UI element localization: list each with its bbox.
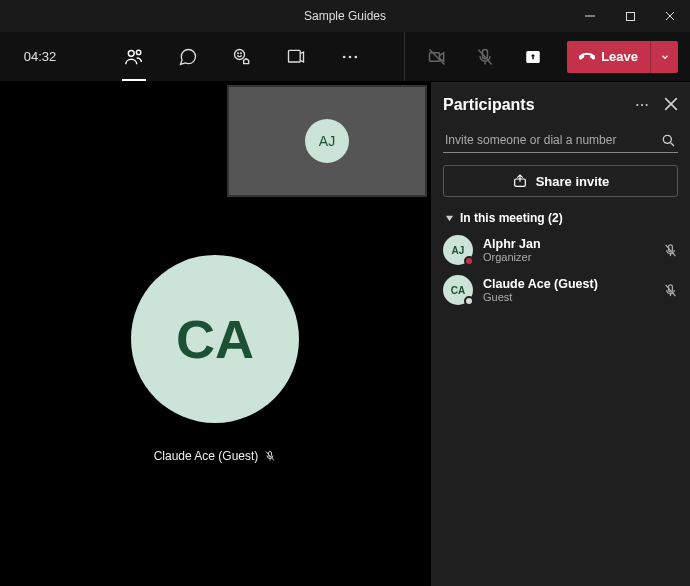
svg-point-11 (349, 55, 352, 58)
panel-more-icon[interactable] (634, 97, 650, 113)
window-title: Sample Guides (304, 9, 386, 23)
mic-off-icon[interactable] (471, 43, 499, 71)
leave-button[interactable]: Leave (567, 41, 678, 73)
svg-point-27 (663, 135, 671, 143)
share-icon (512, 173, 528, 189)
mic-off-icon[interactable] (663, 283, 678, 298)
svg-rect-1 (626, 12, 634, 20)
avatar: CA (443, 275, 473, 305)
svg-marker-30 (446, 215, 453, 220)
search-icon[interactable] (660, 132, 676, 148)
hangup-icon (579, 49, 595, 65)
panel-header-actions (634, 97, 678, 113)
window-controls (570, 0, 690, 32)
chevron-down-icon (660, 52, 670, 62)
share-invite-button[interactable]: Share invite (443, 165, 678, 197)
share-screen-icon[interactable] (519, 43, 547, 71)
panel-title: Participants (443, 96, 535, 114)
participant-thumbnail[interactable]: AJ (227, 85, 427, 197)
svg-line-28 (671, 143, 674, 146)
svg-point-5 (136, 50, 140, 54)
participant-info: Claude Ace (Guest) Guest (483, 277, 653, 303)
self-name-row: Claude Ace (Guest) (154, 449, 277, 463)
svg-point-12 (355, 55, 358, 58)
svg-point-4 (128, 50, 134, 56)
invite-input[interactable] (445, 133, 660, 147)
call-timer: 04:32 (0, 49, 80, 64)
svg-point-10 (343, 55, 346, 58)
toolbar-right: Leave (404, 32, 690, 81)
svg-point-23 (641, 104, 643, 106)
leave-chevron[interactable] (650, 41, 678, 73)
close-window-button[interactable] (650, 0, 690, 32)
reactions-icon[interactable] (228, 43, 256, 71)
call-toolbar: 04:32 (0, 32, 690, 82)
minimize-button[interactable] (570, 0, 610, 32)
titlebar: Sample Guides (0, 0, 690, 32)
maximize-button[interactable] (610, 0, 650, 32)
svg-point-22 (636, 104, 638, 106)
leave-main[interactable]: Leave (567, 41, 650, 73)
participant-info: Alphr Jan Organizer (483, 237, 653, 263)
section-label: In this meeting (2) (460, 211, 563, 225)
presence-unknown-icon (464, 296, 474, 306)
participant-row[interactable]: AJ Alphr Jan Organizer (443, 235, 678, 265)
share-invite-label: Share invite (536, 174, 610, 189)
invite-search-row (443, 128, 678, 153)
camera-off-icon[interactable] (423, 43, 451, 71)
leave-label: Leave (601, 49, 638, 64)
presence-busy-icon (464, 256, 474, 266)
participant-list: AJ Alphr Jan Organizer CA Claude Ace (Gu… (443, 235, 678, 305)
avatar: CA (131, 255, 299, 423)
participants-panel: Participants Share invite (430, 82, 690, 586)
avatar: AJ (305, 119, 349, 163)
participant-row[interactable]: CA Claude Ace (Guest) Guest (443, 275, 678, 305)
people-icon[interactable] (120, 43, 148, 71)
svg-point-6 (235, 49, 245, 59)
panel-close-icon[interactable] (664, 97, 678, 113)
participant-role: Guest (483, 291, 653, 303)
section-header[interactable]: In this meeting (2) (443, 211, 678, 225)
toolbar-center (80, 43, 404, 71)
rooms-icon[interactable] (282, 43, 310, 71)
mic-off-icon (264, 450, 276, 462)
svg-point-7 (238, 52, 239, 53)
self-name-label: Claude Ace (Guest) (154, 449, 259, 463)
participant-name: Alphr Jan (483, 237, 653, 251)
chat-icon[interactable] (174, 43, 202, 71)
avatar: AJ (443, 235, 473, 265)
caret-down-icon (445, 214, 454, 223)
self-tile: CA Claude Ace (Guest) (131, 255, 299, 463)
panel-header: Participants (443, 96, 678, 114)
svg-point-24 (646, 104, 648, 106)
svg-line-14 (430, 49, 445, 64)
video-stage: AJ CA Claude Ace (Guest) (0, 82, 430, 586)
participant-role: Organizer (483, 251, 653, 263)
svg-rect-9 (289, 50, 301, 62)
main-area: AJ CA Claude Ace (Guest) Participants (0, 82, 690, 586)
mic-off-icon[interactable] (663, 243, 678, 258)
more-icon[interactable] (336, 43, 364, 71)
participant-name: Claude Ace (Guest) (483, 277, 653, 291)
svg-point-8 (241, 52, 242, 53)
